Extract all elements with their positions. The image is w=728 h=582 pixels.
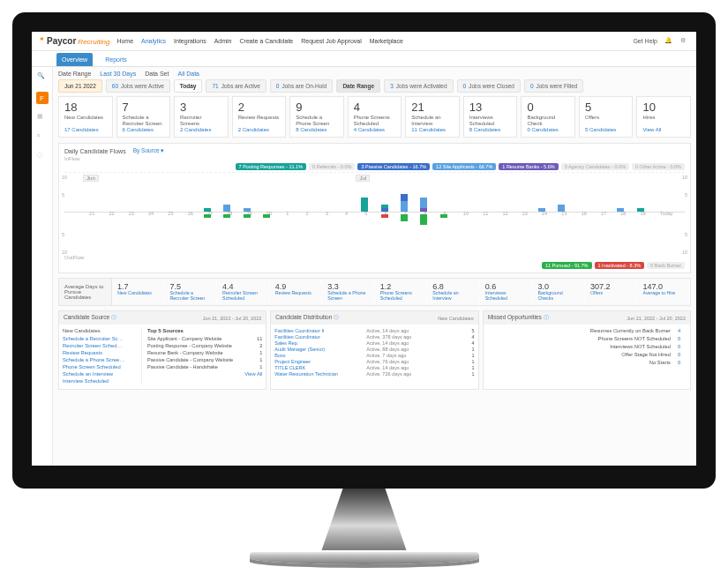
nav-create-candidate[interactable]: Create a Candidate	[240, 38, 294, 44]
distribution-row[interactable]: Audit Manager (Senior)Active, 88 days ag…	[274, 347, 474, 352]
source-filter-link[interactable]: Review Requests	[63, 350, 138, 355]
nav-marketplace[interactable]: Marketplace	[370, 38, 403, 44]
inflow-bar	[204, 208, 211, 212]
chip-jobs-are-active[interactable]: 71Jobs are Active	[206, 79, 266, 93]
legend-item: 3 Passive Candidates - 16.7%	[357, 163, 430, 170]
legend-item: 0 Other Active - 0.0%	[632, 163, 685, 170]
rail-app-icon[interactable]: F	[36, 92, 49, 104]
inflow-bar	[381, 205, 388, 212]
info-icon[interactable]: ⓘ	[111, 315, 116, 320]
legend-item: 0 Referrals - 0.0%	[309, 163, 355, 170]
distribution-row[interactable]: BossActive, 7 days ago1	[274, 353, 474, 358]
view-all-link[interactable]: View All	[244, 371, 262, 377]
source-filter-link[interactable]: Interview Scheduled	[63, 378, 138, 384]
legend-item: 11 Pursued - 91.7%	[542, 262, 592, 269]
nav-home[interactable]: Home	[116, 38, 133, 44]
metric-card[interactable]: 0Background Check Completed0 Candidates	[521, 96, 575, 138]
distribution-row[interactable]: TITLE CLERKActive, 14 days ago1	[274, 365, 474, 370]
outflow-bar	[204, 214, 211, 218]
distribution-row[interactable]: Water Restoration TechnicianActive, 726 …	[274, 371, 474, 377]
chip-today[interactable]: Today	[174, 79, 203, 93]
missed-row[interactable]: Offer Stage Not Hired0	[487, 352, 687, 357]
nav-analytics[interactable]: Analytics	[141, 38, 166, 44]
metric-card[interactable]: 3Recruiter Screens Scheduled2 Candidates	[174, 96, 229, 138]
missed-row[interactable]: Interviews NOT Scheduled0	[487, 344, 687, 349]
metric-card[interactable]: 13Interviews Scheduled8 Candidates	[463, 96, 518, 138]
pipeline-stage[interactable]: 3.3Schedule a Phone Screen	[322, 279, 375, 305]
legend-item: 12 Site Applicants - 66.7%	[432, 163, 496, 170]
nav-integrations[interactable]: Integrations	[174, 38, 206, 44]
metric-card[interactable]: 5Offers5 Candidates	[579, 96, 634, 138]
source-row: Passive Candidate - Handshake1	[147, 364, 262, 369]
legend-item: 0 Back Burner	[647, 262, 685, 269]
source-row: Resume Bank - Company Website1	[147, 350, 262, 355]
tab-reports[interactable]: Reports	[100, 53, 132, 66]
pipeline-stage[interactable]: 1.7New Candidates	[112, 279, 165, 305]
metric-card[interactable]: 2Review Requests2 Candidates	[232, 96, 287, 138]
chip-jobs-closed[interactable]: 0Jobs were Closed	[457, 79, 521, 93]
chart-panel: Daily Candidate Flows By Source ▾ InFlow…	[58, 143, 691, 273]
outflow-bar	[440, 214, 447, 218]
distribution-row[interactable]: Project EngineerActive, 76 days ago1	[274, 359, 474, 364]
gear-icon[interactable]: ⚙	[680, 37, 689, 46]
calendar-icon[interactable]: ▦	[37, 113, 48, 123]
source-row: Posting Response - Company Website2	[147, 343, 262, 348]
metric-card[interactable]: 4Phone Screens Scheduled4 Candidates	[348, 96, 402, 138]
pipeline-stage[interactable]: 6.8Schedule an Interview	[427, 279, 480, 305]
get-help-link[interactable]: Get Help	[633, 38, 657, 44]
tab-overview[interactable]: Overview	[56, 53, 93, 66]
missed-row[interactable]: No Starts0	[487, 360, 687, 365]
distribution-row[interactable]: Facilities Coordinator IIActive, 14 days…	[274, 328, 474, 333]
nav-request-approval[interactable]: Request Job Approval	[301, 38, 362, 44]
source-filter-link[interactable]: Schedule a Recruiter Sc…	[63, 336, 138, 341]
pipeline-row: Average Days to Pursue Candidates 1.7New…	[58, 278, 691, 306]
flow-chart: 2122232425262728293012345678910111213141…	[64, 172, 685, 253]
metric-cards: 18New Candidates17 Candidates7Schedule a…	[58, 96, 691, 138]
metric-card[interactable]: 18New Candidates17 Candidates	[58, 96, 113, 138]
legend-item: 1 Resume Banks - 5.6%	[499, 163, 558, 170]
inflow-bar	[558, 205, 565, 212]
metric-card[interactable]: 7Schedule a Recruiter Screen6 Candidates	[116, 96, 171, 138]
list-icon[interactable]: ≡	[37, 132, 48, 143]
search-icon[interactable]: 🔍	[37, 72, 48, 83]
nav-admin[interactable]: Admin	[214, 38, 232, 44]
chart-source-dropdown[interactable]: By Source ▾	[133, 147, 165, 154]
chip-jobs-on-hold[interactable]: 0Jobs are On-Hold	[270, 79, 334, 93]
chip-jobs-filled[interactable]: 0Jobs were Filled	[524, 79, 584, 93]
source-filter-link[interactable]: Schedule a Phone Scree…	[63, 357, 138, 362]
pipeline-stage[interactable]: 147.0Average to Hire	[637, 279, 690, 305]
source-filter-link[interactable]: Phone Screen Scheduled	[63, 364, 138, 369]
pipeline-stage[interactable]: 4.9Review Requests	[270, 279, 323, 305]
pipeline-stage[interactable]: 307.2Offers	[585, 279, 638, 305]
outflow-bar	[223, 214, 230, 218]
metric-card[interactable]: 9Schedule a Phone Screen8 Candidates	[289, 96, 344, 138]
metric-card[interactable]: 10HiresView All	[636, 96, 691, 138]
missed-row[interactable]: Phone Screens NOT Scheduled0	[487, 336, 687, 341]
chip-daterange[interactable]: Date Range	[336, 79, 380, 93]
chip-jobs-were-active[interactable]: 60Jobs were Active	[106, 79, 170, 93]
info-icon[interactable]: ⓘ	[544, 315, 549, 320]
missed-row[interactable]: Resumes Currently on Back Burner4	[487, 328, 687, 333]
monitor-stand	[276, 489, 453, 564]
legend-item: 7 Posting Responses - 11.1%	[236, 163, 306, 170]
pipeline-stage[interactable]: 7.5Schedule a Recruiter Screen	[165, 279, 218, 305]
chip-date[interactable]: Jun 21 2022	[58, 79, 102, 93]
date-range-value[interactable]: Last 30 Days	[100, 71, 136, 77]
candidate-source-panel: Candidate Source ⓘJun 21, 2022 - Jul 20,…	[58, 310, 266, 390]
distribution-row[interactable]: Sales Rep.Active, 14 days ago4	[274, 340, 474, 346]
metric-card[interactable]: 21Schedule an Interview11 Candidates	[405, 96, 460, 138]
pipeline-stage[interactable]: 0.6Interviews Scheduled	[480, 279, 533, 305]
source-filter-link[interactable]: Recruiter Screen Sched…	[63, 343, 138, 348]
outflow-bar	[244, 214, 251, 218]
pipeline-stage[interactable]: 1.2Phone Screens Scheduled	[375, 279, 428, 305]
pipeline-stage[interactable]: 4.4Recruiter Screen Scheduled	[217, 279, 270, 305]
source-filter-link[interactable]: Schedule an Interview	[63, 371, 138, 377]
people-icon[interactable]: ◌	[37, 152, 48, 162]
pipeline-stage[interactable]: 3.0Background Checks	[532, 279, 585, 305]
dataset-value[interactable]: All Data	[177, 71, 199, 77]
chip-jobs-activated[interactable]: 3Jobs were Activated	[384, 79, 453, 93]
bell-icon[interactable]: 🔔	[664, 37, 673, 46]
info-icon[interactable]: ⓘ	[334, 315, 339, 320]
distribution-row[interactable]: Facilities CoordinatorActive, 378 days a…	[274, 334, 474, 340]
outflow-label: OutFlow	[64, 255, 685, 260]
